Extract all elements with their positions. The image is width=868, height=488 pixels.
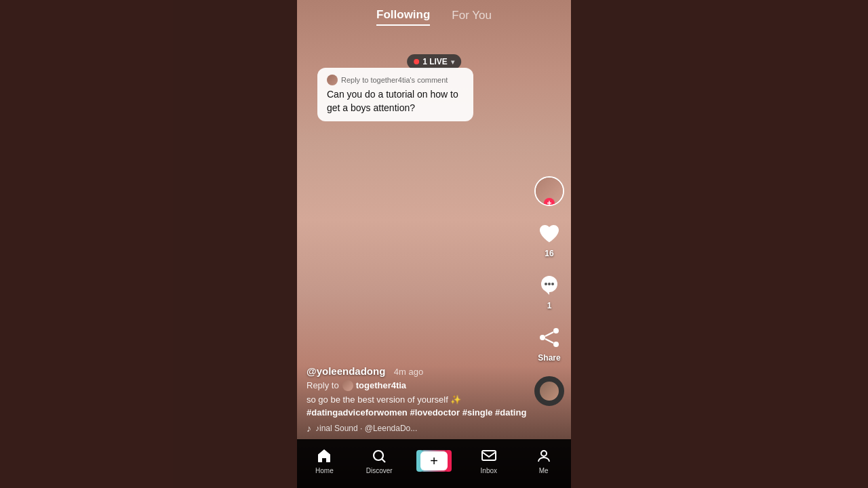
comment-bubble: Reply to together4tia's comment Can you … — [317, 68, 473, 121]
comment-button[interactable]: 1 — [536, 272, 563, 310]
reply-user: together4tia — [342, 380, 406, 391]
share-icon — [536, 324, 563, 351]
svg-line-10 — [382, 460, 386, 463]
music-disc[interactable] — [534, 376, 564, 406]
share-button[interactable]: Share — [536, 324, 563, 363]
inbox-label: Inbox — [481, 467, 497, 474]
comment-count: 1 — [547, 301, 552, 310]
nav-home[interactable]: Home — [307, 447, 341, 474]
tab-for-you[interactable]: For You — [452, 9, 492, 25]
sound-text: ♪inal Sound · @LeendaDo... — [315, 424, 417, 433]
svg-point-9 — [374, 451, 383, 460]
video-description: so go be the best version of yourself ✨ — [307, 394, 530, 406]
reply-prefix: Reply to — [307, 380, 339, 390]
hashtags: #datingadviceforwomen #lovedoctor #singl… — [307, 407, 530, 418]
svg-line-8 — [545, 339, 553, 343]
svg-point-3 — [551, 283, 554, 285]
commenter-avatar — [327, 75, 338, 85]
music-note-icon: ♪ — [307, 423, 311, 434]
discover-label: Discover — [366, 467, 393, 474]
svg-line-7 — [545, 332, 553, 336]
create-button[interactable]: + — [418, 450, 450, 472]
username: @yoleendadong — [307, 365, 385, 377]
plus-icon: + — [420, 451, 448, 470]
like-button[interactable]: 16 — [536, 220, 563, 258]
live-badge[interactable]: 1 LIVE ▾ — [407, 54, 461, 69]
chevron-down-icon: ▾ — [451, 58, 454, 66]
home-icon — [315, 447, 333, 465]
video-info: @yoleendadong 4m ago Reply to together4t… — [307, 365, 530, 434]
like-count: 16 — [545, 249, 553, 258]
svg-point-11 — [541, 451, 547, 456]
live-indicator — [414, 59, 419, 64]
time-ago: 4m ago — [394, 367, 423, 377]
bottom-navigation: Home Discover + — [297, 439, 571, 488]
home-label: Home — [315, 467, 334, 474]
svg-point-6 — [553, 342, 559, 347]
nav-create[interactable]: + — [417, 450, 451, 472]
svg-point-5 — [540, 335, 545, 340]
reply-avatar — [342, 380, 353, 391]
inbox-icon — [480, 447, 498, 465]
reply-username: together4tia — [356, 380, 406, 390]
username-line: @yoleendadong 4m ago — [307, 365, 530, 378]
nav-me[interactable]: Me — [527, 447, 561, 474]
top-navigation: Following For You — [297, 0, 571, 26]
profile-icon — [535, 447, 553, 465]
nav-discover[interactable]: Discover — [362, 447, 396, 474]
comment-text: Can you do a tutorial on how to get a bo… — [327, 88, 464, 115]
nav-inbox[interactable]: Inbox — [472, 447, 506, 474]
share-label: Share — [538, 353, 560, 363]
comment-icon — [536, 272, 563, 299]
left-overlay — [0, 0, 297, 488]
sound-line: ♪ ♪inal Sound · @LeendaDo... — [307, 423, 530, 434]
tab-following[interactable]: Following — [376, 8, 430, 26]
phone-screen: Following For You 1 LIVE ▾ Reply to toge… — [297, 0, 571, 488]
reply-label: Reply to together4tia's comment — [327, 75, 464, 85]
search-icon — [370, 447, 388, 465]
svg-point-4 — [553, 328, 559, 333]
live-label: 1 LIVE — [422, 57, 448, 66]
svg-point-1 — [545, 283, 547, 285]
creator-avatar[interactable] — [534, 176, 564, 206]
right-overlay — [571, 0, 868, 488]
me-label: Me — [539, 467, 549, 474]
right-actions: 16 1 — [534, 176, 564, 406]
svg-point-2 — [548, 283, 551, 285]
heart-icon — [536, 220, 563, 247]
reply-line: Reply to together4tia — [307, 380, 530, 391]
